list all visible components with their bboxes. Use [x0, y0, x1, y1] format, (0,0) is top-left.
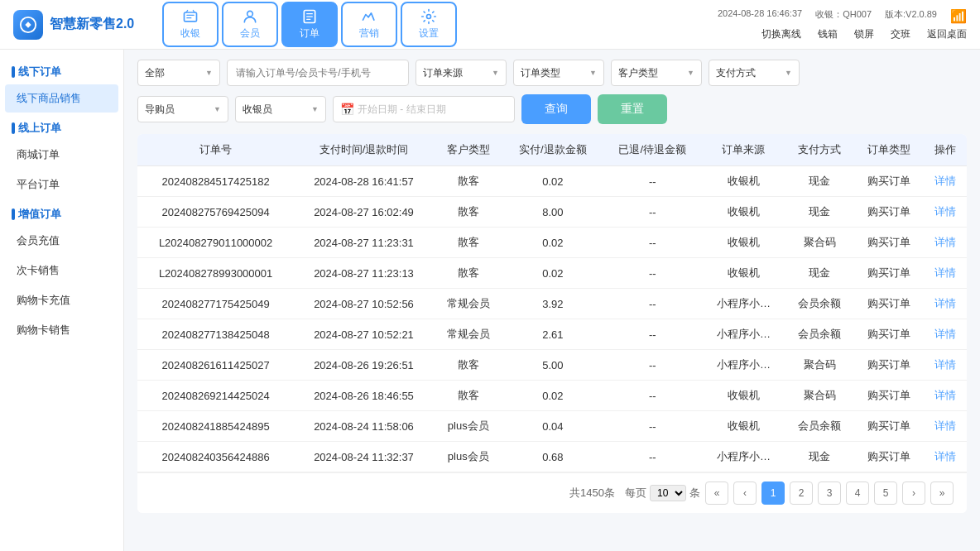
cell-action[interactable]: 详情 — [924, 166, 967, 197]
detail-link[interactable]: 详情 — [934, 266, 956, 279]
cell-payment: 现金 — [785, 442, 854, 472]
order-type-dropdown[interactable]: 订单类型 — [513, 60, 604, 86]
cell-refund-pending: -- — [603, 289, 702, 319]
cell-action[interactable]: 详情 — [924, 197, 967, 228]
nav-item-shezhi[interactable]: 设置 — [401, 2, 457, 47]
sidebar-item-platform-orders[interactable]: 平台订单 — [5, 170, 118, 199]
table-row: 202408277175425049 2024-08-27 10:52:56 常… — [137, 289, 967, 319]
table-header: 订单号 支付时间/退款时间 客户类型 实付/退款金额 已退/待退金额 订单来源 … — [137, 134, 967, 166]
cell-action[interactable]: 详情 — [924, 411, 967, 442]
table-row: 202408275769425094 2024-08-27 16:02:49 散… — [137, 197, 967, 228]
detail-link[interactable]: 详情 — [934, 450, 956, 462]
table-row: L202408278993000001 2024-08-27 11:23:13 … — [137, 258, 967, 289]
per-page-select[interactable]: 10 20 50 — [650, 485, 686, 501]
cell-refund-pending: -- — [603, 197, 702, 228]
cell-order-no: L202408279011000002 — [137, 228, 294, 258]
cell-customer-type: plus会员 — [434, 442, 503, 472]
cell-action[interactable]: 详情 — [924, 258, 967, 289]
cell-source: 小程序小… — [702, 442, 785, 472]
page-next-btn[interactable]: › — [902, 482, 925, 505]
page-first-btn[interactable]: « — [705, 482, 728, 505]
cell-source: 收银机 — [702, 197, 785, 228]
detail-link[interactable]: 详情 — [934, 358, 956, 371]
cell-customer-type: 散客 — [434, 258, 503, 289]
nav-item-shouyIN[interactable]: 收银 — [162, 2, 219, 47]
cell-refund-pending: -- — [603, 411, 702, 442]
cell-order-type: 购买订单 — [854, 319, 924, 350]
cell-order-no: 202408269214425024 — [137, 381, 294, 411]
scope-dropdown[interactable]: 全部 — [137, 60, 220, 86]
sidebar-item-member-recharge[interactable]: 会员充值 — [5, 227, 118, 255]
page-2-btn[interactable]: 2 — [790, 482, 813, 505]
nav-item-yingxiao[interactable]: 营销 — [341, 2, 397, 47]
cell-action[interactable]: 详情 — [924, 319, 967, 350]
date-range-picker[interactable]: 📅 开始日期 - 结束日期 — [333, 96, 515, 122]
sidebar-item-gift-card-recharge[interactable]: 购物卡充值 — [5, 286, 118, 314]
sidebar-section-offline: 线下订单 — [0, 58, 123, 83]
nav-item-huiyuan[interactable]: 会员 — [222, 2, 278, 47]
cell-payment: 会员余额 — [785, 319, 854, 350]
page-last-btn[interactable]: » — [930, 482, 954, 505]
detail-link[interactable]: 详情 — [934, 175, 956, 187]
detail-link[interactable]: 详情 — [934, 389, 956, 401]
cell-action[interactable]: 详情 — [924, 381, 967, 411]
detail-link[interactable]: 详情 — [934, 419, 956, 432]
filter-row-1: 全部 订单来源 订单类型 客户类型 支付方式 — [137, 60, 967, 86]
sidebar-section-added-value: 增值订单 — [0, 200, 123, 225]
detail-link[interactable]: 详情 — [934, 297, 956, 309]
action-lock[interactable]: 锁屏 — [854, 27, 874, 41]
cell-customer-type: 常规会员 — [434, 289, 503, 319]
header-cashier: 收银：QH007 — [815, 8, 872, 24]
cell-actual-amount: 0.04 — [503, 411, 603, 442]
nav-item-dingdan[interactable]: 订单 — [281, 2, 338, 47]
table-row: 202408241885424895 2024-08-24 11:58:06 p… — [137, 411, 967, 442]
sidebar-item-offline-sales[interactable]: 线下商品销售 — [5, 84, 118, 113]
cell-action[interactable]: 详情 — [924, 228, 967, 258]
cell-order-no: 202408241885424895 — [137, 411, 294, 442]
cell-order-no: 202408261611425027 — [137, 350, 294, 381]
cell-refund-pending: -- — [603, 350, 702, 381]
sidebar: 线下订单 线下商品销售 线上订单 商城订单 平台订单 增值订单 会员充值 次卡销… — [0, 50, 124, 551]
detail-link[interactable]: 详情 — [934, 328, 956, 340]
action-shift[interactable]: 交班 — [891, 27, 910, 41]
sidebar-item-card-sales[interactable]: 次卡销售 — [5, 256, 118, 285]
cell-customer-type: 散客 — [434, 350, 503, 381]
cashier-dropdown[interactable]: 收银员 — [235, 96, 326, 122]
payment-dropdown[interactable]: 支付方式 — [709, 60, 800, 86]
reset-button[interactable]: 重置 — [598, 94, 667, 124]
action-cashbox[interactable]: 钱箱 — [818, 27, 838, 41]
table-row: 202408277138425048 2024-08-27 10:52:21 常… — [137, 319, 967, 350]
wifi-icon: 📶 — [950, 8, 967, 24]
search-input[interactable] — [227, 60, 409, 86]
query-button[interactable]: 查询 — [521, 94, 591, 124]
page-5-btn[interactable]: 5 — [874, 482, 897, 505]
sidebar-item-gift-card-sales[interactable]: 购物卡销售 — [5, 316, 118, 344]
cell-order-type: 购买订单 — [854, 289, 924, 319]
cell-actual-amount: 5.00 — [503, 350, 603, 381]
page-4-btn[interactable]: 4 — [846, 482, 869, 505]
page-3-btn[interactable]: 3 — [818, 482, 841, 505]
action-desktop[interactable]: 返回桌面 — [927, 27, 967, 41]
col-order-no: 订单号 — [137, 134, 294, 166]
col-action: 操作 — [924, 134, 967, 166]
cell-action[interactable]: 详情 — [924, 442, 967, 472]
action-switch-offline[interactable]: 切换离线 — [761, 27, 801, 41]
detail-link[interactable]: 详情 — [934, 205, 956, 218]
cell-payment: 现金 — [785, 166, 854, 197]
guide-dropdown[interactable]: 导购员 — [137, 96, 228, 122]
customer-type-dropdown[interactable]: 客户类型 — [611, 60, 702, 86]
cell-actual-amount: 0.68 — [503, 442, 603, 472]
nav-item-huiyuan-label: 会员 — [240, 26, 260, 41]
header-right: 2024-08-28 16:46:37 收银：QH007 版本:V2.0.89 … — [718, 8, 967, 41]
sidebar-item-mall-orders[interactable]: 商城订单 — [5, 141, 118, 169]
page-prev-btn[interactable]: ‹ — [733, 482, 757, 505]
cell-order-type: 购买订单 — [854, 197, 924, 228]
table-body: 202408284517425182 2024-08-28 16:41:57 散… — [137, 166, 967, 472]
source-dropdown[interactable]: 订单来源 — [416, 60, 507, 86]
col-payment: 支付方式 — [785, 134, 854, 166]
page-1-btn[interactable]: 1 — [761, 482, 785, 505]
detail-link[interactable]: 详情 — [934, 236, 956, 248]
cell-source: 收银机 — [702, 411, 785, 442]
cell-action[interactable]: 详情 — [924, 289, 967, 319]
cell-action[interactable]: 详情 — [924, 350, 967, 381]
